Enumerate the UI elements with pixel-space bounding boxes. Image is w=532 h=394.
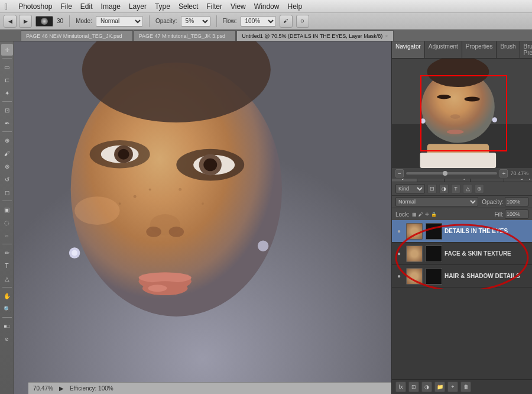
tool-sep-6 — [2, 287, 12, 288]
layer-row-1[interactable]: ● DETAILS IN THE EYES — [392, 220, 532, 243]
adjustment-filter-btn[interactable]: ◑ — [439, 184, 449, 193]
tab-3-close[interactable]: × — [385, 33, 388, 39]
marquee-tool[interactable]: ▭ — [1, 61, 13, 73]
brush-tool[interactable]: 🖌 — [1, 147, 13, 159]
sep1 — [69, 15, 70, 27]
properties-tab[interactable]: Properties — [462, 41, 497, 58]
lock-image-btn[interactable]: 🖌 — [419, 212, 423, 217]
brush-preset-tab[interactable]: Brush Preset — [520, 41, 532, 58]
delete-layer-btn[interactable]: 🗑 — [460, 382, 471, 392]
menu-layer[interactable]: Layer — [129, 2, 147, 11]
lock-position-btn[interactable]: ✛ — [425, 212, 429, 217]
add-mask-btn[interactable]: ⊡ — [408, 382, 419, 392]
menu-help[interactable]: Help — [287, 2, 302, 11]
tab-3[interactable]: Untitled1 @ 70.5% (DETAILS IN THE EYES, … — [236, 30, 393, 41]
arrow-left-btn[interactable]: ◀ — [4, 15, 17, 28]
path-tool[interactable]: △ — [1, 273, 13, 285]
flow-select[interactable]: 100% — [241, 16, 276, 27]
fx-btn[interactable]: fx — [395, 382, 406, 392]
new-layer-btn[interactable]: + — [447, 382, 458, 392]
wand-tool[interactable]: ✦ — [1, 87, 13, 99]
menu-filter[interactable]: Filter — [206, 2, 222, 11]
blend-mode-select[interactable]: Normal — [395, 197, 478, 206]
layer-3-name: HAIR & SHADOW DETAILS — [445, 273, 530, 279]
mode-select[interactable]: Normal — [96, 16, 143, 27]
hand-tool[interactable]: ✋ — [1, 290, 13, 302]
kind-select[interactable]: Kind — [395, 184, 425, 193]
apple-menu[interactable]:  — [5, 2, 8, 11]
tab-2-close[interactable]: × — [228, 33, 231, 39]
lock-all-btn[interactable]: 🔒 — [431, 212, 437, 217]
history-brush-tool[interactable]: ↺ — [1, 173, 13, 185]
shape-filter-btn[interactable]: △ — [463, 184, 472, 193]
tab-1[interactable]: PAGE 46 NEW Minitutorial_TEG_JK.psd × — [21, 30, 133, 41]
layer-2-name: FACE & SKIN TEXTURE — [445, 250, 530, 257]
tab-2-label: PAGE 47 Minitutorial_TEG_JK 3.psd — [139, 33, 225, 39]
airbrush-btn[interactable]: 🖌 — [280, 15, 293, 28]
menu-photoshop[interactable]: Photoshop — [18, 2, 52, 11]
opacity-select[interactable]: 5% — [181, 16, 210, 27]
gradient-tool[interactable]: ▣ — [1, 204, 13, 215]
canvas-area[interactable]: 70.47% ▶ Efficiency: 100% — [14, 41, 391, 394]
tab-1-close[interactable]: × — [124, 33, 127, 39]
crop-tool[interactable]: ⊡ — [1, 104, 13, 116]
brush-dot — [41, 18, 48, 25]
menu-edit[interactable]: Edit — [80, 2, 93, 11]
move-tool[interactable]: ✛ — [1, 44, 13, 56]
layer-3-mask — [426, 268, 442, 285]
group-layers-btn[interactable]: 📁 — [434, 382, 445, 392]
sep2 — [149, 15, 150, 27]
menu-type[interactable]: Type — [155, 2, 170, 11]
navigator-tab[interactable]: Navigator — [392, 41, 425, 58]
left-toolbar: ✛ ▭ ⊏ ✦ ⊡ ✒ ⊕ 🖌 ⊗ ↺ ◻ ▣ ◌ ○ ✏ T △ ✋ 🔍 ■□… — [0, 41, 14, 394]
eyedropper-tool[interactable]: ✒ — [1, 117, 13, 129]
tool-sep-1 — [2, 58, 12, 59]
tablet-pressure-btn[interactable]: ⊙ — [296, 15, 309, 28]
menu-select[interactable]: Select — [179, 2, 198, 11]
stamp-tool[interactable]: ⊗ — [1, 160, 13, 172]
svg-point-26 — [202, 202, 204, 205]
eraser-tool[interactable]: ◻ — [1, 186, 13, 198]
layer-row-3[interactable]: ● HAIR & SHADOW DETAILS — [392, 265, 532, 288]
blur-tool[interactable]: ◌ — [1, 217, 13, 228]
zoom-tool[interactable]: 🔍 — [1, 303, 13, 315]
menu-image[interactable]: Image — [101, 2, 121, 11]
smart-filter-btn[interactable]: ⊕ — [475, 184, 484, 193]
pen-tool[interactable]: ✏ — [1, 247, 13, 259]
adjustment-tab[interactable]: Adjustment — [425, 41, 462, 58]
opacity-label: Opacity: — [155, 18, 177, 24]
layer-1-eye[interactable]: ● — [394, 227, 404, 236]
type-filter-btn[interactable]: T — [451, 184, 460, 193]
zoom-slider[interactable] — [406, 172, 497, 175]
healing-tool[interactable]: ⊕ — [1, 134, 13, 146]
layer-row-2[interactable]: ● FACE & SKIN TEXTURE — [392, 243, 532, 265]
lasso-tool[interactable]: ⊏ — [1, 74, 13, 86]
zoom-in-btn[interactable]: + — [499, 169, 508, 177]
navigator-section: Navigator Adjustment Properties Brush Br… — [392, 41, 532, 172]
quick-mask[interactable]: ⊘ — [1, 333, 13, 345]
fill-input[interactable] — [505, 209, 528, 219]
adjustment-layer-btn[interactable]: ◑ — [421, 382, 432, 392]
lock-transparent-btn[interactable]: ▦ — [412, 212, 417, 217]
svg-rect-38 — [420, 153, 497, 168]
pixel-filter-btn[interactable]: ⊡ — [427, 184, 437, 193]
text-tool[interactable]: T — [1, 260, 13, 272]
brush-tab[interactable]: Brush — [497, 41, 520, 58]
svg-point-24 — [119, 202, 121, 205]
tab-2[interactable]: PAGE 47 Minitutorial_TEG_JK 3.psd × — [134, 30, 236, 41]
layers-search-bar: Kind ⊡ ◑ T △ ⊕ — [392, 182, 532, 195]
dodge-tool[interactable]: ○ — [1, 230, 13, 241]
brush-preview-container[interactable] — [35, 16, 53, 27]
brush-size-label: 30 — [57, 18, 63, 24]
zoom-out-btn[interactable]: − — [395, 169, 404, 177]
layer-2-eye[interactable]: ● — [394, 249, 404, 259]
layer-3-eye[interactable]: ● — [394, 272, 404, 281]
opacity-input[interactable] — [505, 197, 528, 206]
arrow-right-btn[interactable]: ▶ — [19, 15, 32, 28]
menu-view[interactable]: View — [231, 2, 246, 11]
status-bar: 70.47% ▶ Efficiency: 100% — [28, 382, 391, 394]
menu-file[interactable]: File — [61, 2, 72, 11]
navigator-viewport-rect[interactable] — [420, 75, 508, 152]
fg-bg-color[interactable]: ■□ — [1, 320, 13, 332]
menu-window[interactable]: Window — [254, 2, 280, 11]
